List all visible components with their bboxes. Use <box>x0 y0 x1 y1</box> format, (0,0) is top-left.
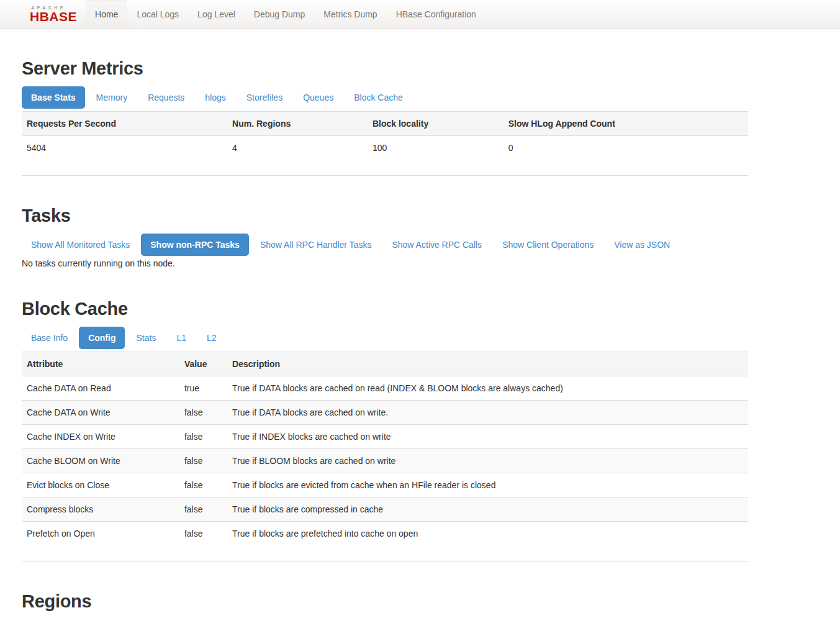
tab-memory[interactable]: Memory <box>87 86 137 109</box>
tab-config[interactable]: Config <box>79 327 125 349</box>
col-header-requests-per-second: Requests Per Second <box>22 112 227 136</box>
top-navbar: APACHE HBASE Home Local Logs Log Level D… <box>0 0 840 29</box>
block-cache-tabs: Base Info Config Stats L1 L2 <box>22 327 748 349</box>
col-header-value: Value <box>179 352 227 376</box>
description-cell: True if DATA blocks are cached on read (… <box>227 376 748 401</box>
num-regions-value: 4 <box>227 136 368 160</box>
tab-hlogs[interactable]: hlogs <box>196 86 235 109</box>
navbar-inner: APACHE HBASE Home Local Logs Log Level D… <box>22 0 748 28</box>
block-cache-title: Block Cache <box>22 299 748 319</box>
value-cell: false <box>179 522 227 546</box>
description-cell: True if blocks are compressed in cache <box>227 498 748 522</box>
nav-item-home[interactable]: Home <box>86 0 127 28</box>
description-cell: True if BLOOM blocks are cached on write <box>227 449 748 473</box>
attribute-cell: Evict blocks on Close <box>22 473 179 498</box>
tab-base-stats[interactable]: Base Stats <box>22 86 85 109</box>
value-cell: false <box>179 401 227 425</box>
tab-stats[interactable]: Stats <box>127 327 165 349</box>
server-metrics-tabs: Base Stats Memory Requests hlogs Storefi… <box>22 86 748 109</box>
tab-storefiles[interactable]: Storefiles <box>237 86 292 109</box>
tab-block-cache[interactable]: Block Cache <box>345 86 412 109</box>
nav-item-metrics-dump[interactable]: Metrics Dump <box>314 0 386 28</box>
view-as-json-button[interactable]: View as JSON <box>605 234 679 256</box>
nav-item-local-logs[interactable]: Local Logs <box>127 0 188 28</box>
server-metrics-table: Requests Per Second Num. Regions Block l… <box>22 111 748 160</box>
table-row: Prefetch on Open false True if blocks ar… <box>22 522 748 546</box>
description-cell: True if INDEX blocks are cached on write <box>227 425 748 449</box>
show-client-operations-button[interactable]: Show Client Operations <box>493 234 603 256</box>
attribute-cell: Cache INDEX on Write <box>22 425 179 449</box>
table-row: Evict blocks on Close false True if bloc… <box>22 473 748 498</box>
description-cell: True if blocks are evicted from cache wh… <box>227 473 748 498</box>
value-cell: false <box>179 473 227 498</box>
nav-item-debug-dump[interactable]: Debug Dump <box>245 0 315 28</box>
tasks-filter-buttons: Show All Monitored Tasks Show non-RPC Ta… <box>22 234 748 256</box>
table-header-row: Requests Per Second Num. Regions Block l… <box>22 112 748 136</box>
block-cache-table-wrap: Attribute Value Description Cache DATA o… <box>22 352 748 561</box>
col-header-description: Description <box>227 352 748 376</box>
col-header-slow-hlog-append-count: Slow HLog Append Count <box>504 112 748 136</box>
hbase-logo-hbase-text: HBASE <box>30 11 77 22</box>
table-row: 5404 4 100 0 <box>22 136 748 160</box>
value-cell: false <box>179 425 227 449</box>
tab-requests[interactable]: Requests <box>138 86 194 109</box>
table-header-row: Attribute Value Description <box>22 352 748 376</box>
attribute-cell: Cache BLOOM on Write <box>22 449 179 473</box>
table-row: Cache DATA on Write false True if DATA b… <box>22 401 748 425</box>
main-content: Server Metrics Base Stats Memory Request… <box>22 58 748 618</box>
attribute-cell: Cache DATA on Read <box>22 376 179 401</box>
value-cell: true <box>179 376 227 401</box>
server-metrics-title: Server Metrics <box>22 58 748 78</box>
show-all-monitored-tasks-button[interactable]: Show All Monitored Tasks <box>22 234 139 256</box>
tab-l1[interactable]: L1 <box>167 327 196 349</box>
value-cell: false <box>179 498 227 522</box>
table-row: Cache INDEX on Write false True if INDEX… <box>22 425 748 449</box>
value-cell: false <box>179 449 227 473</box>
table-row: Cache DATA on Read true True if DATA blo… <box>22 376 748 401</box>
tab-base-info[interactable]: Base Info <box>22 327 77 349</box>
show-active-rpc-calls-button[interactable]: Show Active RPC Calls <box>382 234 491 256</box>
tab-queues[interactable]: Queues <box>294 86 343 109</box>
attribute-cell: Prefetch on Open <box>22 522 179 546</box>
regions-section: Regions <box>22 591 748 618</box>
block-locality-value: 100 <box>368 136 504 160</box>
tasks-empty-message: No tasks currently running on this node. <box>22 258 748 269</box>
attribute-cell: Compress blocks <box>22 498 179 522</box>
server-metrics-section: Server Metrics Base Stats Memory Request… <box>22 58 748 176</box>
server-metrics-table-wrap: Requests Per Second Num. Regions Block l… <box>22 111 748 176</box>
requests-per-second-value: 5404 <box>22 136 227 160</box>
navbar-menu: Home Local Logs Log Level Debug Dump Met… <box>86 0 485 28</box>
slow-hlog-append-count-value: 0 <box>504 136 748 160</box>
table-row: Cache BLOOM on Write false True if BLOOM… <box>22 449 748 473</box>
table-row: Compress blocks false True if blocks are… <box>22 498 748 522</box>
block-cache-config-table: Attribute Value Description Cache DATA o… <box>22 352 748 545</box>
nav-item-log-level[interactable]: Log Level <box>188 0 245 28</box>
tasks-section: Tasks Show All Monitored Tasks Show non-… <box>22 206 748 269</box>
regions-title: Regions <box>22 591 748 611</box>
block-cache-section: Block Cache Base Info Config Stats L1 L2… <box>22 299 748 561</box>
attribute-cell: Cache DATA on Write <box>22 401 179 425</box>
nav-item-hbase-configuration[interactable]: HBase Configuration <box>387 0 485 28</box>
description-cell: True if blocks are prefetched into cache… <box>227 522 748 546</box>
col-header-attribute: Attribute <box>22 352 179 376</box>
col-header-num-regions: Num. Regions <box>227 112 368 136</box>
tab-l2[interactable]: L2 <box>197 327 226 349</box>
tasks-title: Tasks <box>22 206 748 225</box>
col-header-block-locality: Block locality <box>368 112 504 136</box>
hbase-logo[interactable]: APACHE HBASE <box>22 0 86 28</box>
show-non-rpc-tasks-button[interactable]: Show non-RPC Tasks <box>141 234 249 256</box>
show-all-rpc-handler-tasks-button[interactable]: Show All RPC Handler Tasks <box>251 234 381 256</box>
description-cell: True if DATA blocks are cached on write. <box>227 401 748 425</box>
